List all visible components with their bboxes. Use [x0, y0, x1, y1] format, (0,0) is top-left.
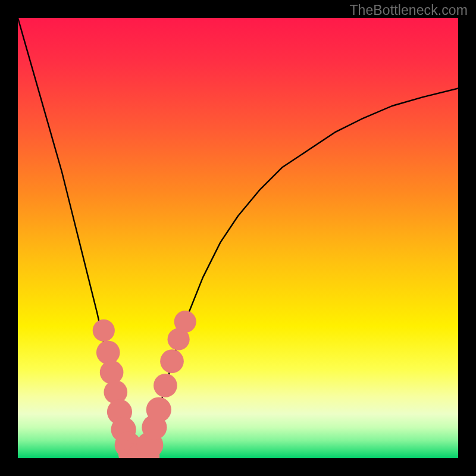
- chart-frame: TheBottleneck.com: [0, 0, 476, 476]
- watermark-text: TheBottleneck.com: [349, 2, 468, 18]
- curve-marker: [154, 374, 177, 397]
- curve-marker: [93, 320, 115, 342]
- plot-area: [18, 18, 458, 458]
- curve-right-branch: [146, 88, 458, 458]
- curve-marker: [160, 349, 184, 373]
- bottleneck-curve: [18, 18, 458, 458]
- curve-marker: [174, 311, 196, 333]
- curve-marker: [146, 397, 171, 422]
- curve-marker: [100, 361, 124, 384]
- curve-marker: [96, 341, 120, 365]
